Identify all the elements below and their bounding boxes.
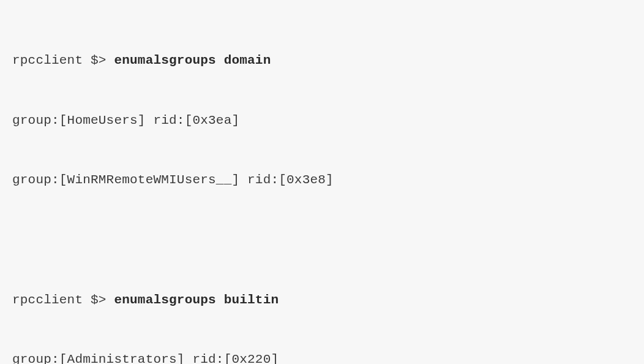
command: enumalsgroups builtin bbox=[114, 293, 279, 307]
command: enumalsgroups domain bbox=[114, 53, 271, 67]
output-line: group:[HomeUsers] rid:[0x3ea] bbox=[12, 111, 632, 131]
terminal-output: rpcclient $> enumalsgroups domain group:… bbox=[12, 11, 632, 364]
output-line: group:[WinRMRemoteWMIUsers__] rid:[0x3e8… bbox=[12, 170, 632, 191]
prompt: rpcclient $> bbox=[12, 53, 114, 67]
prompt-line: rpcclient $> enumalsgroups domain bbox=[12, 51, 632, 71]
output-line: group:[Administrators] rid:[0x220] bbox=[12, 350, 632, 364]
blank-line bbox=[12, 230, 632, 251]
prompt-line: rpcclient $> enumalsgroups builtin bbox=[12, 290, 632, 311]
prompt: rpcclient $> bbox=[12, 293, 114, 307]
